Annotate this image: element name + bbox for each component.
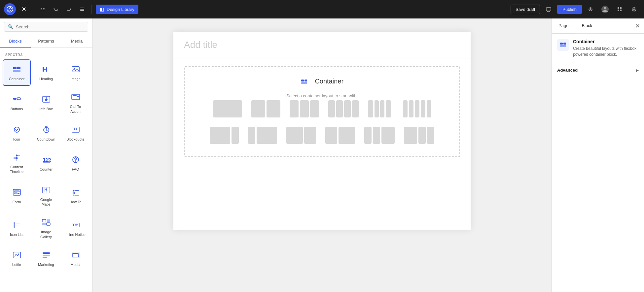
search-input-wrap[interactable]: 🔍: [4, 22, 88, 32]
svg-rect-53: [75, 190, 79, 191]
block-item-how-to[interactable]: How To: [61, 180, 89, 211]
svg-rect-29: [45, 99, 48, 100]
block-item-form[interactable]: Form: [3, 180, 31, 211]
svg-rect-79: [301, 80, 304, 81]
svg-rect-78: [73, 253, 79, 254]
layout-option-5col-varied[interactable]: [366, 98, 396, 119]
right-panel: Page Block ✕ Container Create beautiful …: [552, 18, 644, 292]
layout-row-1: [211, 98, 433, 119]
block-item-countdown[interactable]: Countdown: [32, 120, 60, 146]
tab-page[interactable]: Page: [552, 18, 575, 33]
svg-rect-15: [620, 10, 622, 11]
layout-option-1-3[interactable]: [246, 125, 279, 146]
svg-rect-7: [80, 10, 84, 11]
block-item-content-timeline-label: Content Timeline: [6, 165, 27, 174]
block-item-modal-label: Modal: [71, 262, 81, 267]
block-item-content-timeline[interactable]: Content Timeline: [3, 147, 31, 179]
block-item-faq[interactable]: FAQ: [61, 147, 89, 179]
block-item-icon[interactable]: Icon: [3, 120, 31, 146]
block-item-inline-notice-label: Inline Notice: [65, 232, 86, 237]
design-library-icon: ◧: [100, 7, 104, 12]
svg-point-28: [46, 97, 47, 99]
svg-rect-8: [546, 8, 551, 11]
block-item-icon-list[interactable]: Icon List: [3, 212, 31, 244]
google-maps-icon: [41, 185, 52, 195]
marketing-icon: [41, 250, 52, 260]
svg-rect-83: [563, 43, 566, 45]
block-item-buttons[interactable]: Buttons: [3, 87, 31, 118]
wp-logo: [4, 3, 16, 15]
layout-option-5col-equal[interactable]: [401, 98, 433, 119]
publish-button[interactable]: Publish: [557, 5, 582, 14]
block-item-blockquote[interactable]: Blockquote: [61, 120, 89, 146]
image-gallery-icon: [41, 217, 52, 228]
plugins-button[interactable]: [614, 3, 626, 15]
svg-rect-69: [73, 224, 74, 226]
block-item-image-gallery[interactable]: Image Gallery: [32, 212, 60, 244]
block-info-desc: Create beautiful layouts with flexbox po…: [573, 46, 639, 57]
block-item-container[interactable]: Container: [3, 59, 31, 86]
svg-rect-41: [18, 155, 20, 156]
right-panel-close-button[interactable]: ✕: [631, 20, 644, 32]
advanced-title: Advanced: [557, 68, 578, 73]
sidebar-content: SPECTRA Container: [0, 48, 92, 292]
settings-button[interactable]: [628, 3, 640, 15]
svg-rect-17: [13, 67, 17, 69]
block-item-info-box[interactable]: Info Box: [32, 87, 60, 118]
block-item-container-label: Container: [9, 77, 25, 81]
undo-button[interactable]: [51, 4, 61, 15]
right-panel-content: Container Create beautiful layouts with …: [552, 34, 644, 292]
form-icon: [12, 187, 22, 198]
close-button[interactable]: ✕: [18, 4, 29, 15]
block-item-marketing[interactable]: Marketing: [32, 245, 60, 272]
layout-option-3col[interactable]: [288, 98, 321, 119]
block-item-cta[interactable]: Call To Action: [61, 87, 89, 118]
svg-rect-4: [43, 10, 45, 10]
svg-rect-46: [13, 189, 20, 195]
block-item-cta-label: Call To Action: [65, 104, 86, 114]
save-draft-button[interactable]: Save draft: [511, 5, 540, 14]
svg-rect-13: [620, 7, 622, 9]
layout-option-1-2[interactable]: [323, 125, 357, 146]
svg-point-45: [75, 161, 76, 162]
layout-option-4col[interactable]: [326, 98, 361, 119]
block-item-modal[interactable]: Modal: [61, 245, 89, 272]
svg-rect-57: [75, 195, 79, 196]
tab-blocks[interactable]: Blocks: [0, 35, 31, 48]
tools-button[interactable]: [37, 4, 48, 15]
layout-option-2-1[interactable]: [284, 125, 318, 146]
layout-option-1col[interactable]: [211, 98, 244, 119]
search-input[interactable]: [16, 24, 85, 29]
advanced-section: Advanced ▶: [557, 63, 639, 77]
bookmark-button[interactable]: [585, 3, 596, 15]
layout-option-2col[interactable]: [249, 98, 282, 119]
svg-point-52: [73, 190, 74, 191]
design-library-button[interactable]: ◧ Design Library: [96, 5, 138, 14]
svg-rect-33: [73, 97, 75, 97]
layout-option-1-1-2[interactable]: [362, 125, 397, 146]
layout-option-3-1[interactable]: [208, 125, 241, 146]
block-item-inline-notice[interactable]: Inline Notice: [61, 212, 89, 244]
tab-block[interactable]: Block: [575, 18, 599, 33]
avatar-button[interactable]: [599, 3, 611, 15]
inline-notice-icon: [70, 220, 81, 230]
canvas-title[interactable]: Add title: [173, 32, 471, 58]
block-item-how-to-label: How To: [69, 200, 81, 204]
block-item-lottie[interactable]: Lottie: [3, 245, 31, 272]
block-item-buttons-label: Buttons: [11, 107, 23, 111]
tab-patterns[interactable]: Patterns: [31, 35, 61, 48]
list-view-button[interactable]: [77, 4, 88, 15]
svg-rect-3: [41, 10, 42, 10]
redo-button[interactable]: [64, 4, 74, 15]
block-item-google-maps-label: Google Maps: [35, 197, 57, 207]
preview-button[interactable]: [543, 3, 555, 15]
sidebar-tabs: Blocks Patterns Media: [0, 35, 92, 48]
tab-media[interactable]: Media: [61, 35, 92, 48]
block-item-heading[interactable]: Heading: [32, 59, 60, 86]
layout-option-2-1-1[interactable]: [402, 125, 436, 146]
block-item-image[interactable]: Image: [61, 59, 89, 86]
svg-point-11: [604, 7, 606, 10]
block-item-google-maps[interactable]: Google Maps: [32, 180, 60, 211]
block-item-counter[interactable]: 123 Counter: [32, 147, 60, 179]
advanced-header[interactable]: Advanced ▶: [557, 63, 639, 77]
